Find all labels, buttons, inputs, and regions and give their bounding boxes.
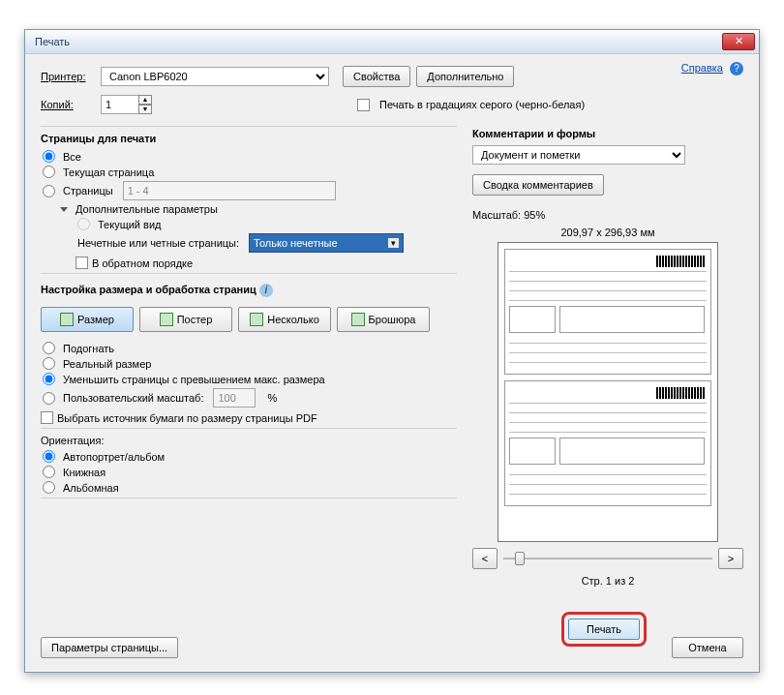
printer-select[interactable]: Canon LBP6020: [101, 67, 329, 86]
odd-even-select[interactable]: Только нечетные: [249, 233, 404, 253]
print-dialog: Печать ✕ Справка ? Принтер: Canon LBP602…: [24, 29, 760, 673]
poster-icon: [160, 313, 173, 326]
preview-page-content: [504, 380, 711, 506]
more-params-toggle[interactable]: Дополнительные параметры: [58, 203, 457, 215]
odd-even-label: Нечетные или четные страницы:: [77, 237, 239, 249]
cancel-button[interactable]: Отмена: [672, 637, 743, 658]
sizing-mode-buttons: Размер Постер Несколько Брошюра: [41, 307, 457, 332]
help-link[interactable]: Справка: [681, 62, 723, 74]
size-mode-poster[interactable]: Постер: [139, 307, 232, 332]
pages-range-input[interactable]: [123, 181, 336, 200]
print-button[interactable]: Печать: [568, 619, 640, 640]
page-counter: Стр. 1 из 2: [472, 575, 743, 587]
barcode-icon: [656, 387, 705, 399]
grayscale-checkbox[interactable]: [357, 99, 370, 111]
radio-actual[interactable]: Реальный размер: [41, 357, 457, 370]
help-area: Справка ?: [681, 62, 743, 76]
print-button-highlight: Печать: [561, 612, 647, 647]
radio-current-view[interactable]: Текущий вид: [75, 218, 457, 230]
printer-label: Принтер:: [41, 71, 95, 82]
multiple-icon: [250, 313, 263, 326]
radio-pages[interactable]: Страницы: [41, 181, 457, 200]
help-icon[interactable]: ?: [730, 62, 743, 76]
spinner-up-icon[interactable]: ▲: [138, 95, 152, 105]
close-icon[interactable]: ✕: [722, 33, 755, 50]
sizing-title: Настройка размера и обработка страниц: [41, 284, 256, 295]
slider-thumb[interactable]: [515, 552, 525, 565]
barcode-icon: [656, 256, 705, 267]
radio-all[interactable]: Все: [41, 150, 457, 163]
custom-scale-input[interactable]: [213, 388, 256, 408]
dialog-title: Печать: [35, 36, 722, 47]
grayscale-label: Печать в градациях серого (черно-белая): [379, 99, 585, 110]
scale-label: Масштаб: 95%: [472, 209, 743, 221]
comments-mode-select[interactable]: Документ и пометки: [472, 145, 685, 165]
pages-section-title: Страницы для печати: [41, 133, 457, 144]
prev-page-button[interactable]: <: [472, 548, 498, 569]
right-column: Комментарии и формы Документ и пометки С…: [472, 122, 743, 587]
size-mode-booklet[interactable]: Брошюра: [337, 307, 430, 332]
copies-input[interactable]: [101, 95, 139, 114]
properties-button[interactable]: Свойства: [343, 66, 410, 87]
print-preview: [498, 242, 718, 542]
radio-custom[interactable]: Пользовательский масштаб: %: [41, 388, 457, 408]
radio-orient-landscape[interactable]: Альбомная: [41, 481, 457, 494]
radio-orient-auto[interactable]: Автопортрет/альбом: [41, 450, 457, 463]
next-page-button[interactable]: >: [718, 548, 743, 569]
advanced-button[interactable]: Дополнительно: [416, 66, 514, 87]
preview-page-content: [504, 249, 711, 375]
radio-shrink[interactable]: Уменьшить страницы с превышением макс. р…: [41, 373, 457, 385]
left-column: Страницы для печати Все Текущая страница…: [41, 122, 457, 587]
radio-fit[interactable]: Подогнать: [41, 342, 457, 354]
odd-even-row: Нечетные или четные страницы: Только неч…: [75, 233, 457, 253]
titlebar[interactable]: Печать ✕: [25, 30, 759, 54]
comments-title: Комментарии и формы: [472, 128, 743, 139]
comments-summary-button[interactable]: Сводка комментариев: [472, 174, 604, 196]
size-mode-multiple[interactable]: Несколько: [238, 307, 331, 332]
radio-orient-portrait[interactable]: Книжная: [41, 466, 457, 478]
radio-current[interactable]: Текущая страница: [41, 166, 457, 178]
size-mode-size[interactable]: Размер: [41, 307, 134, 332]
orientation-title: Ориентация:: [41, 435, 457, 446]
page-slider[interactable]: [503, 550, 712, 567]
spinner-down-icon[interactable]: ▼: [138, 105, 152, 114]
page-setup-button[interactable]: Параметры страницы...: [41, 637, 178, 658]
info-icon[interactable]: i: [259, 284, 273, 297]
reverse-check[interactable]: В обратном порядке: [75, 257, 457, 269]
copies-label: Копий:: [41, 99, 95, 110]
size-icon: [60, 313, 74, 326]
dimensions-label: 209,97 x 296,93 мм: [472, 227, 743, 238]
paper-source-check[interactable]: Выбрать источник бумаги по размеру стран…: [41, 411, 457, 424]
chevron-down-icon: [60, 207, 68, 212]
copies-stepper[interactable]: ▲ ▼: [101, 95, 152, 114]
booklet-icon: [351, 313, 365, 326]
